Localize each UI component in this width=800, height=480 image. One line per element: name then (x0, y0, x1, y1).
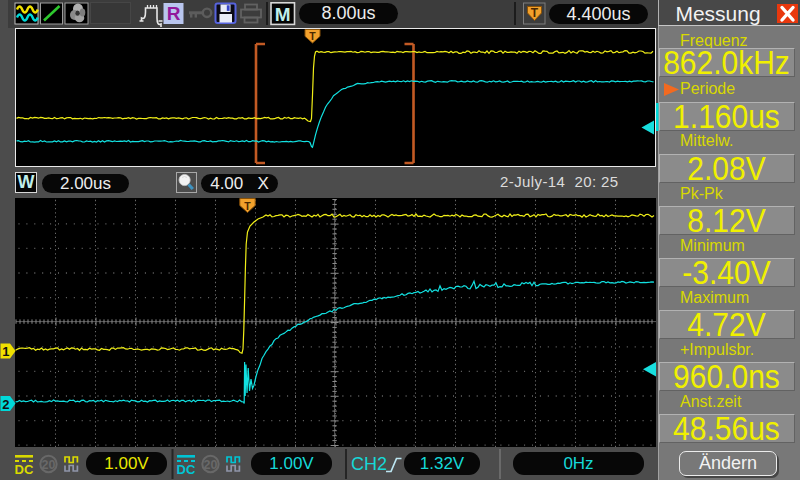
svg-text:T: T (309, 30, 316, 42)
svg-text:DC: DC (177, 462, 196, 477)
svg-text:R: R (167, 3, 181, 24)
svg-text:DC: DC (15, 462, 34, 477)
svg-text:T: T (531, 6, 539, 20)
svg-text:20: 20 (204, 458, 218, 472)
svg-text:20: 20 (42, 458, 56, 472)
svg-text:1: 1 (2, 344, 9, 359)
svg-text:CH2: CH2 (351, 454, 387, 474)
svg-text:2: 2 (2, 397, 9, 412)
svg-text:T: T (244, 200, 251, 212)
svg-text:M: M (275, 4, 291, 25)
